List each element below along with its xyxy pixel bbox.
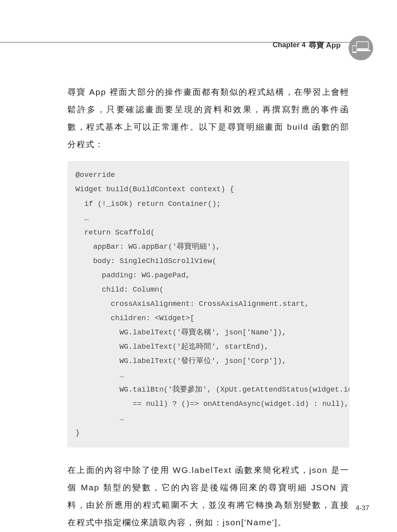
chapter-label-text: Chapter	[273, 41, 300, 49]
page-content: 尋寶 App 裡面大部分的操作畫面都有類似的程式結構，在學習上會輕鬆許多，只要確…	[67, 83, 349, 532]
svg-rect-4	[353, 46, 357, 52]
svg-point-5	[354, 52, 355, 53]
devices-icon	[349, 36, 373, 60]
page-number: 4-37	[356, 504, 369, 512]
code-block: @override Widget build(BuildContext cont…	[67, 161, 349, 447]
chapter-number: 4	[302, 41, 306, 49]
chapter-label: Chapter 4	[273, 41, 306, 49]
intro-paragraph: 尋寶 App 裡面大部分的操作畫面都有類似的程式結構，在學習上會輕鬆許多，只要確…	[67, 83, 349, 153]
page-header: Chapter 4 尋寶 App	[0, 30, 397, 60]
explanation-paragraph: 在上面的內容中除了使用 WG.labelText 函數來簡化程式，json 是一…	[67, 461, 349, 531]
chapter-title: 尋寶 App	[309, 40, 341, 50]
svg-rect-1	[357, 42, 368, 48]
